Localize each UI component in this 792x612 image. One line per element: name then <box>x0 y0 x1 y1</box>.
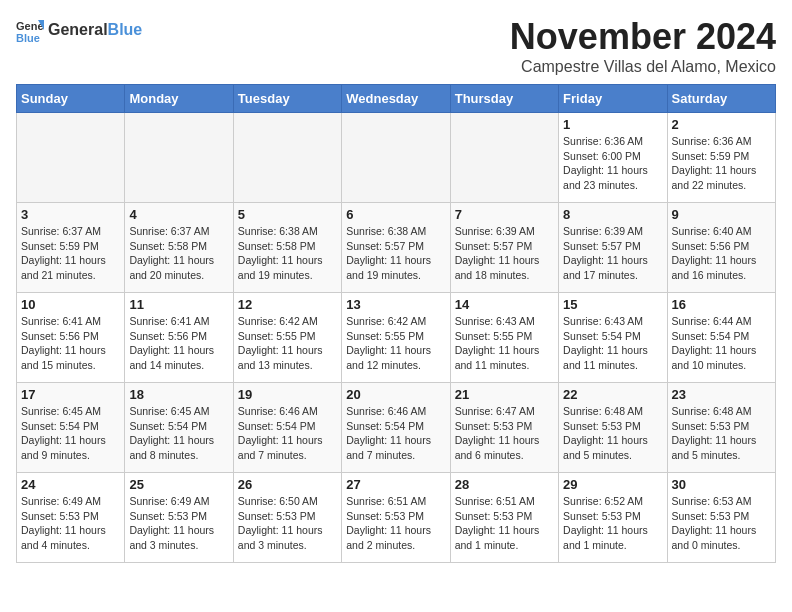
week-row-2: 3Sunrise: 6:37 AM Sunset: 5:59 PM Daylig… <box>17 203 776 293</box>
day-info: Sunrise: 6:42 AM Sunset: 5:55 PM Dayligh… <box>346 314 445 373</box>
calendar-cell: 1Sunrise: 6:36 AM Sunset: 6:00 PM Daylig… <box>559 113 667 203</box>
calendar-cell: 27Sunrise: 6:51 AM Sunset: 5:53 PM Dayli… <box>342 473 450 563</box>
day-info: Sunrise: 6:53 AM Sunset: 5:53 PM Dayligh… <box>672 494 771 553</box>
weekday-header-tuesday: Tuesday <box>233 85 341 113</box>
day-number: 10 <box>21 297 120 312</box>
day-number: 12 <box>238 297 337 312</box>
day-number: 11 <box>129 297 228 312</box>
title-area: November 2024 Campestre Villas del Alamo… <box>510 16 776 76</box>
day-info: Sunrise: 6:37 AM Sunset: 5:59 PM Dayligh… <box>21 224 120 283</box>
calendar-cell: 29Sunrise: 6:52 AM Sunset: 5:53 PM Dayli… <box>559 473 667 563</box>
day-number: 7 <box>455 207 554 222</box>
day-number: 3 <box>21 207 120 222</box>
calendar-cell: 24Sunrise: 6:49 AM Sunset: 5:53 PM Dayli… <box>17 473 125 563</box>
calendar-cell: 14Sunrise: 6:43 AM Sunset: 5:55 PM Dayli… <box>450 293 558 383</box>
day-number: 6 <box>346 207 445 222</box>
day-number: 14 <box>455 297 554 312</box>
day-info: Sunrise: 6:42 AM Sunset: 5:55 PM Dayligh… <box>238 314 337 373</box>
calendar-cell: 13Sunrise: 6:42 AM Sunset: 5:55 PM Dayli… <box>342 293 450 383</box>
day-number: 13 <box>346 297 445 312</box>
day-number: 23 <box>672 387 771 402</box>
month-title: November 2024 <box>510 16 776 58</box>
calendar-cell <box>125 113 233 203</box>
calendar-cell: 22Sunrise: 6:48 AM Sunset: 5:53 PM Dayli… <box>559 383 667 473</box>
day-number: 5 <box>238 207 337 222</box>
calendar-cell <box>17 113 125 203</box>
day-info: Sunrise: 6:43 AM Sunset: 5:55 PM Dayligh… <box>455 314 554 373</box>
day-info: Sunrise: 6:38 AM Sunset: 5:57 PM Dayligh… <box>346 224 445 283</box>
day-info: Sunrise: 6:36 AM Sunset: 5:59 PM Dayligh… <box>672 134 771 193</box>
day-info: Sunrise: 6:36 AM Sunset: 6:00 PM Dayligh… <box>563 134 662 193</box>
calendar-cell: 4Sunrise: 6:37 AM Sunset: 5:58 PM Daylig… <box>125 203 233 293</box>
calendar-cell: 2Sunrise: 6:36 AM Sunset: 5:59 PM Daylig… <box>667 113 775 203</box>
weekday-header-monday: Monday <box>125 85 233 113</box>
weekday-header-saturday: Saturday <box>667 85 775 113</box>
day-number: 21 <box>455 387 554 402</box>
day-number: 1 <box>563 117 662 132</box>
day-info: Sunrise: 6:52 AM Sunset: 5:53 PM Dayligh… <box>563 494 662 553</box>
day-number: 29 <box>563 477 662 492</box>
calendar-cell: 23Sunrise: 6:48 AM Sunset: 5:53 PM Dayli… <box>667 383 775 473</box>
calendar-cell: 28Sunrise: 6:51 AM Sunset: 5:53 PM Dayli… <box>450 473 558 563</box>
day-info: Sunrise: 6:39 AM Sunset: 5:57 PM Dayligh… <box>455 224 554 283</box>
day-number: 15 <box>563 297 662 312</box>
week-row-3: 10Sunrise: 6:41 AM Sunset: 5:56 PM Dayli… <box>17 293 776 383</box>
calendar-table: SundayMondayTuesdayWednesdayThursdayFrid… <box>16 84 776 563</box>
day-info: Sunrise: 6:40 AM Sunset: 5:56 PM Dayligh… <box>672 224 771 283</box>
day-info: Sunrise: 6:41 AM Sunset: 5:56 PM Dayligh… <box>21 314 120 373</box>
week-row-5: 24Sunrise: 6:49 AM Sunset: 5:53 PM Dayli… <box>17 473 776 563</box>
calendar-cell: 7Sunrise: 6:39 AM Sunset: 5:57 PM Daylig… <box>450 203 558 293</box>
logo-blue-text: Blue <box>108 21 143 38</box>
day-info: Sunrise: 6:49 AM Sunset: 5:53 PM Dayligh… <box>21 494 120 553</box>
day-number: 25 <box>129 477 228 492</box>
day-info: Sunrise: 6:39 AM Sunset: 5:57 PM Dayligh… <box>563 224 662 283</box>
day-number: 17 <box>21 387 120 402</box>
day-number: 20 <box>346 387 445 402</box>
calendar-cell <box>450 113 558 203</box>
day-number: 8 <box>563 207 662 222</box>
day-number: 9 <box>672 207 771 222</box>
logo: General Blue GeneralBlue <box>16 16 142 44</box>
calendar-cell: 30Sunrise: 6:53 AM Sunset: 5:53 PM Dayli… <box>667 473 775 563</box>
day-number: 16 <box>672 297 771 312</box>
calendar-cell: 25Sunrise: 6:49 AM Sunset: 5:53 PM Dayli… <box>125 473 233 563</box>
calendar-cell: 18Sunrise: 6:45 AM Sunset: 5:54 PM Dayli… <box>125 383 233 473</box>
weekday-header-thursday: Thursday <box>450 85 558 113</box>
calendar-cell: 26Sunrise: 6:50 AM Sunset: 5:53 PM Dayli… <box>233 473 341 563</box>
location-title: Campestre Villas del Alamo, Mexico <box>510 58 776 76</box>
calendar-cell: 19Sunrise: 6:46 AM Sunset: 5:54 PM Dayli… <box>233 383 341 473</box>
calendar-cell: 21Sunrise: 6:47 AM Sunset: 5:53 PM Dayli… <box>450 383 558 473</box>
weekday-header-friday: Friday <box>559 85 667 113</box>
day-number: 26 <box>238 477 337 492</box>
svg-text:Blue: Blue <box>16 32 40 44</box>
calendar-cell <box>233 113 341 203</box>
calendar-cell: 10Sunrise: 6:41 AM Sunset: 5:56 PM Dayli… <box>17 293 125 383</box>
day-info: Sunrise: 6:48 AM Sunset: 5:53 PM Dayligh… <box>672 404 771 463</box>
day-info: Sunrise: 6:49 AM Sunset: 5:53 PM Dayligh… <box>129 494 228 553</box>
calendar-cell <box>342 113 450 203</box>
day-info: Sunrise: 6:48 AM Sunset: 5:53 PM Dayligh… <box>563 404 662 463</box>
day-number: 28 <box>455 477 554 492</box>
day-info: Sunrise: 6:51 AM Sunset: 5:53 PM Dayligh… <box>455 494 554 553</box>
day-number: 24 <box>21 477 120 492</box>
day-info: Sunrise: 6:51 AM Sunset: 5:53 PM Dayligh… <box>346 494 445 553</box>
day-number: 30 <box>672 477 771 492</box>
day-info: Sunrise: 6:37 AM Sunset: 5:58 PM Dayligh… <box>129 224 228 283</box>
day-info: Sunrise: 6:45 AM Sunset: 5:54 PM Dayligh… <box>21 404 120 463</box>
day-info: Sunrise: 6:50 AM Sunset: 5:53 PM Dayligh… <box>238 494 337 553</box>
day-info: Sunrise: 6:41 AM Sunset: 5:56 PM Dayligh… <box>129 314 228 373</box>
day-number: 18 <box>129 387 228 402</box>
logo-icon: General Blue <box>16 16 44 44</box>
page-header: General Blue GeneralBlue November 2024 C… <box>16 16 776 76</box>
calendar-cell: 6Sunrise: 6:38 AM Sunset: 5:57 PM Daylig… <box>342 203 450 293</box>
logo-general-text: General <box>48 21 108 38</box>
day-info: Sunrise: 6:44 AM Sunset: 5:54 PM Dayligh… <box>672 314 771 373</box>
day-number: 27 <box>346 477 445 492</box>
day-info: Sunrise: 6:46 AM Sunset: 5:54 PM Dayligh… <box>346 404 445 463</box>
day-number: 4 <box>129 207 228 222</box>
weekday-header-wednesday: Wednesday <box>342 85 450 113</box>
calendar-cell: 8Sunrise: 6:39 AM Sunset: 5:57 PM Daylig… <box>559 203 667 293</box>
day-info: Sunrise: 6:43 AM Sunset: 5:54 PM Dayligh… <box>563 314 662 373</box>
day-info: Sunrise: 6:46 AM Sunset: 5:54 PM Dayligh… <box>238 404 337 463</box>
day-info: Sunrise: 6:38 AM Sunset: 5:58 PM Dayligh… <box>238 224 337 283</box>
